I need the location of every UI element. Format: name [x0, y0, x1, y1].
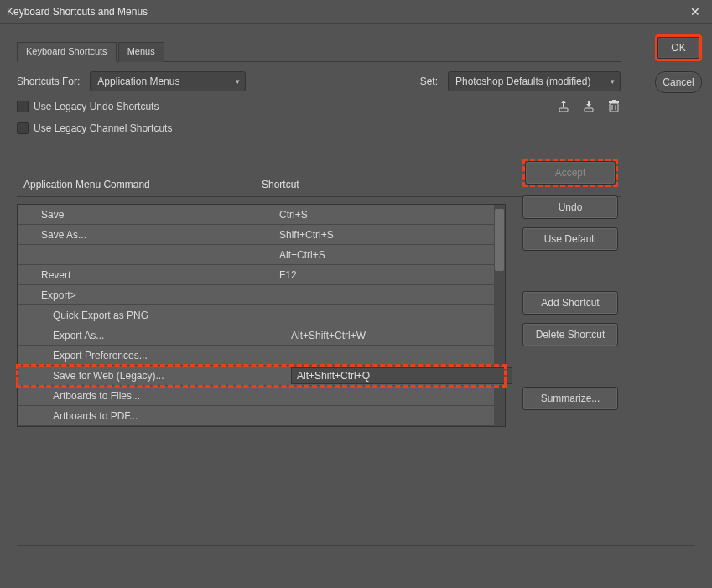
shortcuts-for-value: Application Menus	[97, 75, 179, 87]
svg-rect-1	[585, 108, 593, 112]
window-title: Keyboard Shortcuts and Menus	[7, 6, 148, 18]
legacy-channel-label: Use Legacy Channel Shortcuts	[34, 122, 172, 134]
table-row[interactable]: SaveCtrl+S	[18, 205, 505, 225]
table-row[interactable]: RevertF12	[18, 265, 505, 285]
command-cell: Export>	[18, 289, 268, 301]
undo-button[interactable]: Undo	[522, 195, 618, 219]
separator	[17, 545, 695, 546]
add-shortcut-button[interactable]: Add Shortcut	[522, 291, 618, 315]
shortcut-input[interactable]	[291, 367, 512, 384]
ok-button[interactable]: OK	[657, 37, 699, 59]
tab-menus[interactable]: Menus	[118, 42, 164, 62]
shortcuts-table[interactable]: SaveCtrl+SSave As...Shift+Ctrl+SAlt+Ctrl…	[17, 204, 506, 427]
command-cell: Artboards to PDF...	[18, 410, 279, 422]
set-value: Photoshop Defaults (modified)	[455, 75, 590, 87]
shortcut-cell: Alt+Shift+Ctrl+W	[279, 330, 505, 341]
close-icon[interactable]: ✕	[682, 2, 709, 22]
set-dropdown[interactable]: Photoshop Defaults (modified) ▾	[448, 71, 621, 91]
legacy-undo-checkbox[interactable]	[17, 101, 29, 112]
table-row[interactable]: Artboards to Files...	[18, 386, 505, 406]
svg-rect-4	[612, 100, 616, 101]
shortcuts-for-label: Shortcuts For:	[17, 75, 80, 87]
shortcut-cell: Shift+Ctrl+S	[268, 229, 505, 241]
table-row[interactable]: Artboards to PDF...	[18, 406, 505, 426]
table-row[interactable]: Export>	[18, 285, 505, 305]
ok-highlight: OK	[655, 34, 702, 61]
save-set-icon[interactable]	[557, 100, 570, 113]
chevron-down-icon: ▾	[236, 77, 240, 86]
accept-button[interactable]: Accept	[525, 161, 616, 185]
title-bar: Keyboard Shortcuts and Menus ✕	[0, 0, 712, 24]
summarize-button[interactable]: Summarize...	[522, 387, 618, 410]
accept-highlight: Accept	[522, 159, 618, 187]
command-cell: Save	[18, 209, 268, 221]
scrollbar-thumb[interactable]	[495, 209, 504, 271]
trash-icon[interactable]	[607, 100, 621, 113]
delete-shortcut-button[interactable]: Delete Shortcut	[522, 323, 618, 346]
svg-rect-0	[559, 108, 568, 112]
table-row[interactable]: Alt+Ctrl+S	[18, 245, 505, 265]
tab-keyboard-shortcuts[interactable]: Keyboard Shortcuts	[17, 42, 117, 62]
set-label: Set:	[420, 75, 438, 87]
command-cell: Save for Web (Legacy)...	[18, 370, 279, 382]
shortcut-cell: Alt+Ctrl+S	[268, 249, 505, 261]
table-row[interactable]: Export Preferences...	[18, 346, 505, 366]
new-set-icon[interactable]	[582, 100, 595, 113]
use-default-button[interactable]: Use Default	[522, 227, 618, 251]
shortcuts-for-dropdown[interactable]: Application Menus ▾	[90, 71, 246, 91]
shortcut-cell: F12	[268, 269, 505, 281]
svg-rect-3	[609, 101, 619, 103]
shortcut-cell: Ctrl+S	[268, 209, 505, 221]
table-row[interactable]: Save As...Shift+Ctrl+S	[18, 225, 505, 245]
shortcut-cell	[279, 367, 512, 384]
tabs: Keyboard Shortcuts Menus	[17, 41, 621, 62]
chevron-down-icon: ▾	[611, 77, 615, 86]
legacy-undo-label: Use Legacy Undo Shortcuts	[34, 101, 159, 112]
command-cell: Export As...	[18, 330, 279, 341]
scrollbar[interactable]	[494, 205, 505, 426]
table-row[interactable]: Quick Export as PNG	[18, 305, 505, 325]
table-row[interactable]: Export As...Alt+Shift+Ctrl+W	[18, 325, 505, 346]
cancel-button[interactable]: Cancel	[655, 71, 702, 93]
svg-rect-2	[610, 103, 618, 112]
header-command: Application Menu Command	[23, 179, 250, 190]
command-cell: Revert	[18, 269, 268, 281]
command-cell: Artboards to Files...	[18, 390, 279, 402]
table-row[interactable]: Save for Web (Legacy)...	[18, 366, 505, 386]
command-cell: Export Preferences...	[18, 350, 279, 362]
command-cell: Save As...	[18, 229, 268, 241]
legacy-channel-checkbox[interactable]	[17, 122, 29, 134]
command-cell: Quick Export as PNG	[18, 310, 279, 321]
